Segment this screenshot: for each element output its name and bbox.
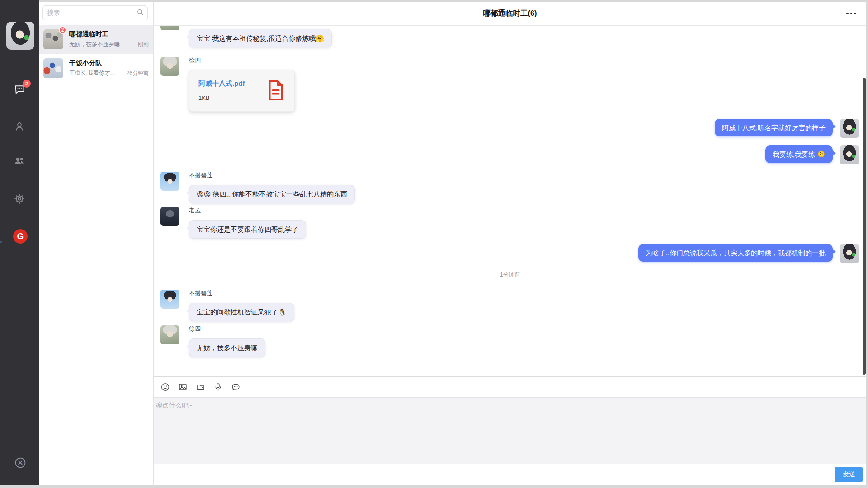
message-avatar[interactable] xyxy=(160,290,179,309)
search-box xyxy=(42,5,148,20)
collapse-handle-icon[interactable]: › xyxy=(0,239,2,244)
more-menu-button[interactable] xyxy=(844,8,859,19)
group-avatar: 2 xyxy=(43,29,63,49)
search-button[interactable] xyxy=(132,6,147,20)
chat-item-last-message: 王道长,我看你才... xyxy=(69,70,124,77)
group-avatar xyxy=(43,58,63,78)
message-avatar[interactable] xyxy=(160,325,179,344)
chat-list-item[interactable]: 2哪都通临时工无妨，技多不压身嘛刚刚 xyxy=(39,25,153,54)
chat-title: 哪都通临时工(6) xyxy=(483,9,537,19)
app-window: 2 xyxy=(0,0,866,485)
microphone-icon[interactable] xyxy=(212,381,224,393)
group-icon xyxy=(13,155,26,169)
sms-bubble-icon[interactable] xyxy=(230,381,241,393)
message-author: 徐四 xyxy=(189,325,265,334)
composer: 发送 xyxy=(154,376,866,485)
composer-toolbar xyxy=(154,377,866,398)
chat-item-title: 哪都通临时工 xyxy=(69,30,149,38)
sidebar-item-chats[interactable] xyxy=(0,78,39,102)
chat-item-last-message: 无妨，技多不压身嘛 xyxy=(69,41,135,48)
message-avatar[interactable] xyxy=(840,244,859,263)
message-bubble: 宝宝 我这有本祖传秘笈,很适合你修炼哦🤗 xyxy=(189,29,332,47)
search-icon xyxy=(136,8,144,18)
message-avatar[interactable] xyxy=(840,145,859,164)
image-icon[interactable] xyxy=(177,381,189,393)
message-row: 不摇碧莲😡😡 徐四...你能不能不教宝宝一些乱七八糟的东西 xyxy=(160,172,866,203)
message-bubble: 我要练,我要练 🫠 xyxy=(765,145,833,163)
file-name: 阿威十八式.pdf xyxy=(198,80,262,88)
unread-badge: 2 xyxy=(23,80,31,88)
message-author: 不摇碧莲 xyxy=(189,290,294,299)
app-logo-g[interactable]: G xyxy=(13,229,28,244)
message-input-area xyxy=(154,398,866,464)
chat-pane: 哪都通临时工(6) 徐四宝宝 我这有本祖传秘笈,很适合你修炼哦🤗徐四阿威十八式.… xyxy=(154,2,866,485)
message-bubble: 宝宝的间歇性机智证又犯了🐧 xyxy=(189,303,294,321)
person-icon xyxy=(14,121,25,134)
message-row: 为啥子..你们总说我呆瓜，其实大多的时候，我都机制的一批 xyxy=(160,244,866,263)
logout-button[interactable] xyxy=(14,456,27,471)
message-author: 老孟 xyxy=(189,207,306,216)
time-divider-label: 1分钟前 xyxy=(500,271,520,279)
message-row: 徐四宝宝 我这有本祖传秘笈,很适合你修炼哦🤗 xyxy=(160,26,866,47)
message-list: 徐四宝宝 我这有本祖传秘笈,很适合你修炼哦🤗徐四阿威十八式.pdf1KB阿威十八… xyxy=(154,26,866,376)
message-row: 徐四无妨，技多不压身嘛 xyxy=(160,325,866,357)
message-bubble: 😡😡 徐四...你能不能不教宝宝一些乱七八糟的东西 xyxy=(189,185,355,203)
chat-item-time: 26分钟前 xyxy=(127,70,149,77)
chat-header: 哪都通临时工(6) xyxy=(154,2,866,26)
more-dots-icon xyxy=(846,13,849,15)
message-row: 阿威十八式,听名字就好厉害的样子 xyxy=(160,119,866,138)
folder-icon[interactable] xyxy=(194,381,206,393)
send-button[interactable]: 发送 xyxy=(835,467,863,482)
message-author: 不摇碧莲 xyxy=(189,172,355,181)
emoji-icon[interactable] xyxy=(159,381,171,393)
chat-item-title: 干饭小分队 xyxy=(69,59,149,67)
sidebar-rail: 2 xyxy=(0,0,39,485)
chat-list-item[interactable]: 干饭小分队王道长,我看你才...26分钟前 xyxy=(39,54,153,83)
message-avatar[interactable] xyxy=(160,207,179,226)
file-attachment-card[interactable]: 阿威十八式.pdf1KB xyxy=(189,70,295,112)
time-divider: 1分钟前 xyxy=(160,271,866,279)
message-avatar[interactable] xyxy=(160,26,179,30)
chat-list: 2哪都通临时工无妨，技多不压身嘛刚刚干饭小分队王道长,我看你才...26分钟前 xyxy=(39,25,153,83)
sidebar-item-groups[interactable] xyxy=(0,150,39,174)
user-avatar[interactable] xyxy=(6,22,34,50)
message-input[interactable] xyxy=(154,398,866,464)
unread-badge: 2 xyxy=(59,26,66,34)
message-row: 老孟宝宝你还是不要跟着你四哥乱学了 xyxy=(160,207,866,239)
message-bubble: 阿威十八式,听名字就好厉害的样子 xyxy=(715,119,833,136)
chat-list-pane: 2哪都通临时工无妨，技多不压身嘛刚刚干饭小分队王道长,我看你才...26分钟前 xyxy=(39,2,154,485)
send-row: 发送 xyxy=(154,464,866,484)
chat-item-time: 刚刚 xyxy=(138,41,149,48)
message-row: 我要练,我要练 🫠 xyxy=(160,145,866,164)
message-bubble: 无妨，技多不压身嘛 xyxy=(189,338,265,357)
message-row: 不摇碧莲宝宝的间歇性机智证又犯了🐧 xyxy=(160,290,866,321)
circle-x-icon xyxy=(14,463,27,470)
message-bubble: 宝宝你还是不要跟着你四哥乱学了 xyxy=(189,220,306,239)
sidebar-item-contacts[interactable] xyxy=(0,116,39,139)
scrollbar-thumb[interactable] xyxy=(863,78,866,375)
pdf-file-icon xyxy=(265,79,286,102)
message-avatar[interactable] xyxy=(840,119,859,138)
message-avatar[interactable] xyxy=(160,57,179,76)
message-bubble: 为啥子..你们总说我呆瓜，其实大多的时候，我都机制的一批 xyxy=(638,244,833,262)
gear-icon xyxy=(14,193,25,206)
search-input[interactable] xyxy=(43,9,132,16)
message-row: 徐四阿威十八式.pdf1KB xyxy=(160,57,866,112)
message-avatar[interactable] xyxy=(160,172,179,191)
message-author: 徐四 xyxy=(189,57,295,66)
sidebar-item-settings[interactable] xyxy=(0,188,39,211)
